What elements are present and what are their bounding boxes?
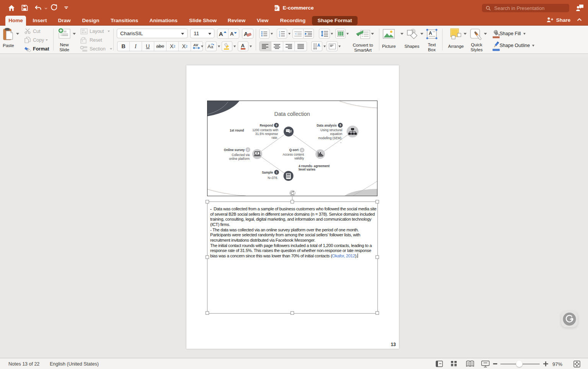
svg-text:Access content: Access content: [283, 153, 304, 156]
svg-text:equation: equation: [330, 132, 343, 136]
svg-text:4 rounds- agreement: 4 rounds- agreement: [299, 164, 330, 168]
svg-text:2: 2: [247, 148, 249, 151]
svg-text:Respond: Respond: [260, 124, 273, 127]
svg-text:Using structural: Using structural: [320, 128, 342, 132]
svg-text:3: 3: [276, 124, 277, 127]
svg-text:Q-sort: Q-sort: [289, 148, 299, 152]
svg-text:1200 contacts with: 1200 contacts with: [252, 128, 278, 132]
svg-text:A: A: [429, 31, 432, 36]
svg-text:a: a: [211, 44, 213, 49]
svg-text:validity: validity: [294, 157, 304, 160]
svg-text:Collected via: Collected via: [232, 153, 250, 157]
svg-text:AV: AV: [193, 43, 198, 47]
svg-text:31.5% response: 31.5% response: [255, 132, 278, 136]
svg-text:rate.: rate.: [272, 136, 278, 140]
svg-text:A: A: [317, 43, 320, 47]
svg-text:Online survey: Online survey: [224, 148, 245, 152]
svg-text:online platform: online platform: [229, 157, 250, 161]
svg-text:A: A: [241, 43, 245, 49]
svg-text:1st round: 1st round: [230, 129, 244, 132]
svg-text:modelling (SEM).: modelling (SEM).: [318, 137, 342, 140]
svg-text:3: 3: [279, 35, 280, 37]
svg-text:Data analysis: Data analysis: [317, 124, 337, 127]
svg-text:Data collection: Data collection: [274, 111, 310, 117]
svg-text:Sample: Sample: [262, 171, 273, 174]
svg-text:5: 5: [340, 124, 341, 127]
svg-text:level varies: level varies: [299, 168, 316, 171]
svg-text:1: 1: [276, 171, 278, 174]
svg-text:4: 4: [301, 149, 303, 151]
svg-text:A: A: [207, 44, 211, 49]
svg-text:N=378.: N=378.: [268, 176, 278, 180]
svg-text:P: P: [275, 7, 277, 9]
